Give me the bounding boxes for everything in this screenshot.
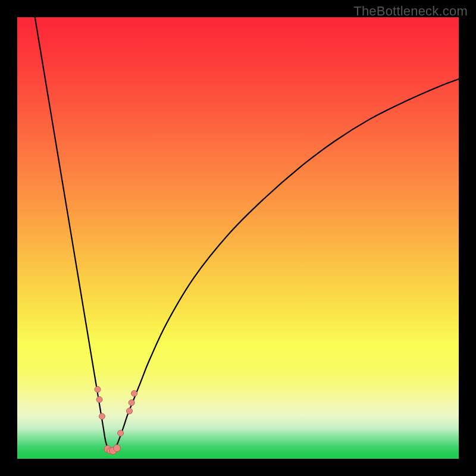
bottleneck-curve <box>35 17 459 451</box>
curve-marker <box>129 400 134 406</box>
curve-marker <box>99 414 105 419</box>
curve-marker <box>114 444 121 452</box>
curve-marker <box>131 390 137 396</box>
plot-area <box>17 17 459 459</box>
curve-marker <box>96 397 102 403</box>
curve-markers <box>95 387 137 455</box>
curve-marker <box>126 408 132 414</box>
curve-marker <box>118 430 124 436</box>
chart-svg <box>17 17 459 459</box>
app-frame: TheBottleneck.com <box>0 0 476 476</box>
curve-marker <box>95 387 101 393</box>
